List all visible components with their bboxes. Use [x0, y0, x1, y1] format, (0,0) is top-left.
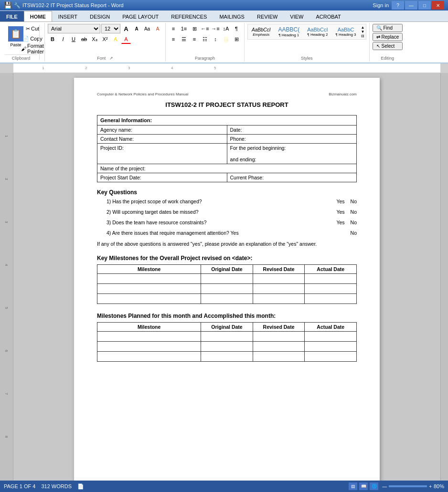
general-info-table: General Information: Agency name: Date: … — [97, 115, 357, 182]
question-1-text: 1) Has the project scope of work changed… — [107, 199, 332, 204]
question-row-4: 4) Are there issues that require managem… — [97, 230, 357, 236]
underline-button[interactable]: U — [69, 34, 78, 44]
strikethrough-button[interactable]: ab — [79, 34, 89, 44]
milestones-overall-table: Milestone Original Date Revised Date Act… — [97, 264, 357, 304]
phone-label: Phone: — [227, 135, 357, 144]
print-layout-button[interactable]: ▤ — [349, 482, 357, 490]
zoom-slider[interactable] — [389, 485, 427, 487]
subscript-button[interactable]: X₂ — [90, 34, 99, 44]
web-layout-button[interactable]: 🌐 — [370, 482, 378, 490]
tab-page-layout[interactable]: PAGE LAYOUT — [116, 11, 165, 21]
select-button[interactable]: ↖ Select — [373, 42, 403, 50]
superscript-button[interactable]: X² — [100, 34, 110, 44]
page: Computer & Network Policies and Procedur… — [74, 78, 380, 486]
decrease-indent-button[interactable]: ←≡ — [200, 24, 210, 33]
style-emphasis[interactable]: AaBbCcI Emphasis — [249, 26, 273, 38]
tab-home[interactable]: HOME — [24, 11, 52, 21]
align-center-button[interactable]: ☰ — [179, 34, 189, 44]
text-effects-button[interactable]: A — [153, 24, 162, 33]
signin-link[interactable]: Sign in — [373, 2, 389, 8]
col-milestone-2: Milestone — [97, 322, 201, 331]
tab-references[interactable]: REFERENCES — [165, 11, 213, 21]
italic-button[interactable]: I — [58, 34, 68, 44]
replace-button[interactable]: ⇄ Replace — [373, 33, 403, 41]
align-left-button[interactable]: ≡ — [169, 34, 178, 44]
copy-button[interactable]: 📄 Copy — [28, 34, 37, 43]
styles-scroll[interactable]: ▲ ▼ ⊟ — [361, 25, 365, 38]
tab-view[interactable]: VIEW — [284, 11, 309, 21]
question-1-yes-no: Yes No — [336, 199, 357, 204]
cut-button[interactable]: ✂ Cut — [28, 24, 37, 33]
change-case-button[interactable]: Aa — [142, 24, 152, 33]
zoom-control: — + 80% — [382, 483, 444, 489]
status-bar: PAGE 1 OF 4 312 WORDS 📄 ▤ 📖 🌐 — + 80% — [0, 481, 448, 492]
tab-review[interactable]: REVIEW — [251, 11, 284, 21]
close-button[interactable]: ✕ — [432, 1, 444, 10]
increase-indent-button[interactable]: →≡ — [211, 24, 220, 33]
show-formatting-button[interactable]: ¶ — [232, 24, 241, 33]
font-size-select[interactable]: 12 — [101, 24, 120, 33]
paste-label: Paste — [10, 42, 21, 47]
question-2-no: No — [351, 209, 357, 215]
tab-insert[interactable]: INSERT — [52, 11, 84, 21]
document-area: 1 2 3 4 5 6 7 8 Computer & Network Polic… — [0, 73, 448, 486]
clipboard-label: Clipboard — [5, 54, 37, 61]
ribbon-tabs: FILE HOME INSERT DESIGN PAGE LAYOUT REFE… — [0, 10, 448, 22]
font-family-select[interactable]: Arial — [48, 24, 100, 33]
numbering-button[interactable]: 1≡ — [179, 24, 189, 33]
font-grow-button[interactable]: A — [121, 24, 131, 33]
zoom-in-button[interactable]: + — [429, 484, 432, 489]
project-name-label: Name of the project: — [97, 164, 357, 173]
multilevel-list-button[interactable]: ⊞ — [190, 24, 199, 33]
tab-design[interactable]: DESIGN — [84, 11, 116, 21]
font-section: Arial 12 A A Aa A B I U ab X₂ X² A A — [45, 23, 166, 62]
font-shrink-button[interactable]: A — [132, 24, 141, 33]
paste-icon: 📋 — [8, 26, 23, 42]
binoculars-icon: 🔍 — [376, 25, 382, 31]
font-row-2: B I U ab X₂ X² A A — [48, 34, 162, 44]
tab-acrobat[interactable]: ACROBAT — [309, 11, 347, 21]
document-scroll[interactable]: Computer & Network Policies and Procedur… — [13, 73, 440, 486]
help-button[interactable]: ? — [392, 1, 404, 10]
maximize-button[interactable]: □ — [418, 1, 431, 10]
justify-button[interactable]: ☷ — [200, 34, 210, 44]
style-heading2[interactable]: AaBbCcI ¶ Heading 2 — [304, 26, 331, 38]
bullets-button[interactable]: ≡ — [169, 24, 178, 33]
table-row — [97, 351, 357, 361]
col-original-date-2: Original Date — [201, 322, 253, 331]
style-heading3[interactable]: AaBbC ¶ Heading 3 — [333, 26, 359, 38]
page-info: PAGE 1 OF 4 — [4, 483, 35, 490]
shading-button[interactable]: ░ — [221, 34, 231, 44]
question-3-yes-no: Yes No — [336, 220, 357, 225]
read-mode-button[interactable]: 📖 — [359, 482, 368, 490]
sort-button[interactable]: ↕A — [221, 24, 231, 33]
tab-file[interactable]: FILE — [0, 11, 24, 21]
ruler-left-margin — [0, 63, 13, 73]
bold-button[interactable]: B — [48, 34, 57, 44]
minimize-button[interactable]: — — [405, 1, 417, 10]
question-2-text: 2) Will upcoming target dates be missed? — [107, 209, 332, 215]
format-painter-button[interactable]: 🖌 Format Painter — [28, 44, 37, 53]
font-color-button[interactable]: A — [121, 34, 131, 44]
line-spacing-button[interactable]: ↕ — [211, 34, 220, 44]
text-highlight-button[interactable]: A — [111, 34, 120, 44]
zoom-out-button[interactable]: — — [382, 484, 387, 489]
header-right: Bizmanualz.com — [329, 92, 357, 96]
left-margin-ruler: 1 2 3 4 5 6 7 8 — [0, 73, 13, 486]
title-bar: 💾 🔧 ITSW102-2 IT Project Status Report -… — [0, 0, 448, 10]
right-scrollbar[interactable] — [440, 73, 448, 486]
view-buttons: ▤ 📖 🌐 — [349, 482, 378, 490]
borders-button[interactable]: ⊞ — [232, 34, 241, 44]
para-row-2: ≡ ☰ ≡ ☷ ↕ ░ ⊞ — [169, 34, 241, 44]
align-right-button[interactable]: ≡ — [190, 34, 199, 44]
ruler-main: 1 2 3 4 5 — [13, 63, 440, 73]
font-label: Font ↗ — [97, 56, 113, 61]
window-controls: ? — □ ✕ — [392, 1, 444, 10]
styles-label: Styles — [301, 56, 313, 61]
tab-mailings[interactable]: MAILINGS — [213, 11, 251, 21]
if-any-note: If any of the above questions is answere… — [97, 241, 357, 248]
question-3-yes: Yes — [336, 220, 344, 225]
table-row — [97, 273, 357, 283]
style-heading1[interactable]: AABBC( ¶ Heading 1 — [275, 25, 302, 38]
find-button[interactable]: 🔍 Find — [373, 24, 403, 32]
